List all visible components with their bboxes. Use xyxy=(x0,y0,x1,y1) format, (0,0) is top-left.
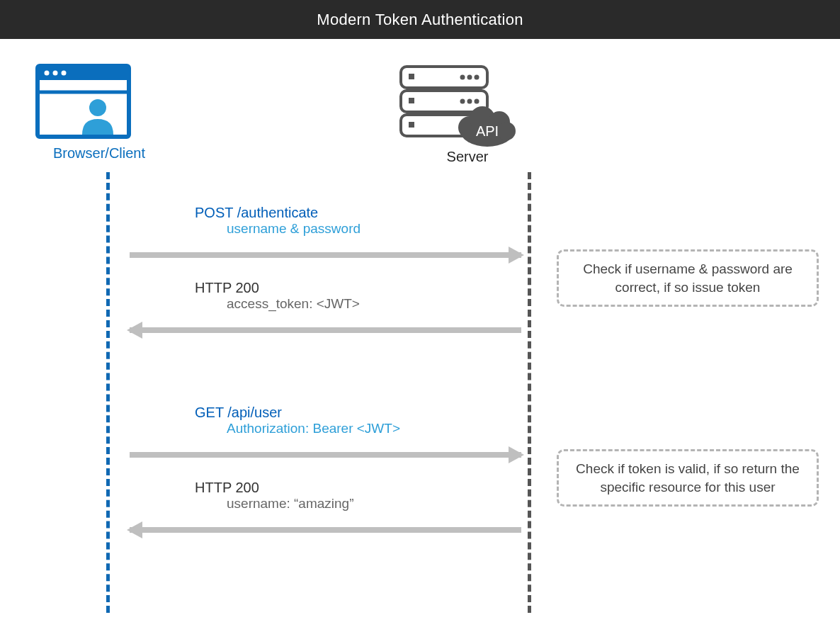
svg-point-15 xyxy=(475,75,479,80)
svg-rect-11 xyxy=(409,98,414,103)
svg-point-6 xyxy=(89,99,106,116)
client-lifeline xyxy=(106,172,110,613)
message-3-line1: GET /api/user xyxy=(195,405,506,421)
browser-client-icon xyxy=(35,64,131,145)
message-3-line2: Authorization: Bearer <JWT> xyxy=(195,421,506,436)
diagram-title: Modern Token Authentication xyxy=(317,11,523,29)
message-2-line1: HTTP 200 xyxy=(195,280,506,296)
message-1-line2: username & password xyxy=(195,221,506,237)
arrow-1-right xyxy=(130,248,521,262)
server-icon: API xyxy=(399,64,519,152)
message-1-line1: POST /authenticate xyxy=(195,205,506,221)
server-note-2-text: Check if token is valid, if so return th… xyxy=(576,461,800,495)
message-2-label: HTTP 200 access_token: <JWT> xyxy=(195,280,506,312)
message-3-label: GET /api/user Authorization: Bearer <JWT… xyxy=(195,405,506,436)
svg-point-13 xyxy=(460,75,465,80)
svg-point-4 xyxy=(62,71,67,76)
svg-point-2 xyxy=(45,71,50,76)
svg-point-26 xyxy=(497,122,516,140)
svg-point-3 xyxy=(53,71,58,76)
api-badge-text: API xyxy=(476,123,499,139)
svg-point-18 xyxy=(475,99,479,104)
arrow-2-left xyxy=(130,323,521,337)
client-participant-label: Browser/Client xyxy=(35,145,163,162)
server-participant-label: Server xyxy=(425,149,510,165)
server-note-2: Check if token is valid, if so return th… xyxy=(557,449,819,507)
server-note-1-text: Check if username & password are correct… xyxy=(583,261,793,295)
svg-rect-1 xyxy=(38,66,129,80)
message-2-line2: access_token: <JWT> xyxy=(195,296,506,312)
server-lifeline xyxy=(528,172,531,613)
arrow-3-right xyxy=(130,448,521,462)
svg-rect-10 xyxy=(409,74,414,79)
arrow-4-left xyxy=(130,523,521,537)
message-4-line1: HTTP 200 xyxy=(195,480,506,496)
message-4-label: HTTP 200 username: “amazing” xyxy=(195,480,506,512)
message-4-line2: username: “amazing” xyxy=(195,496,506,512)
svg-point-16 xyxy=(460,99,465,104)
svg-point-14 xyxy=(467,75,472,80)
server-note-1: Check if username & password are correct… xyxy=(557,249,819,307)
svg-rect-12 xyxy=(409,122,414,128)
message-1-label: POST /authenticate username & password xyxy=(195,205,506,237)
svg-point-17 xyxy=(467,99,472,104)
diagram-title-bar: Modern Token Authentication xyxy=(0,0,840,39)
